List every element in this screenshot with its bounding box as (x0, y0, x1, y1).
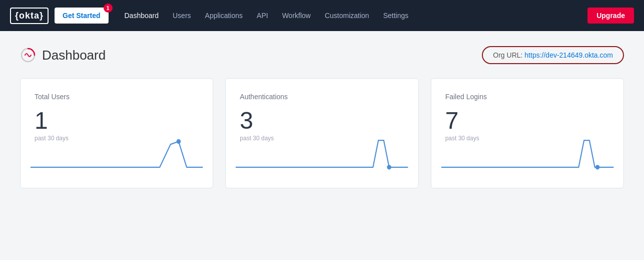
org-url-box: Org URL: https://dev-214649.okta.com (482, 46, 624, 64)
get-started-label: Get Started (63, 12, 100, 20)
page-title-area: Dashboard (20, 47, 106, 63)
nav-api[interactable]: API (251, 8, 274, 24)
org-url-link[interactable]: https://dev-214649.okta.com (524, 51, 613, 59)
nav-dashboard[interactable]: Dashboard (119, 8, 165, 24)
total-users-value: 1 (35, 109, 199, 133)
page-header: Dashboard Org URL: https://dev-214649.ok… (20, 46, 624, 64)
authentications-title: Authentications (240, 93, 404, 101)
authentications-card: Authentications 3 past 30 days (225, 78, 418, 188)
total-users-card: Total Users 1 past 30 days (20, 78, 213, 188)
authentications-chart (226, 136, 418, 178)
nav-users[interactable]: Users (167, 8, 197, 24)
main-content: Dashboard Org URL: https://dev-214649.ok… (0, 31, 644, 203)
authentications-value: 3 (240, 109, 404, 133)
total-users-chart (21, 136, 213, 178)
failed-logins-value: 7 (445, 109, 609, 133)
nav-workflow[interactable]: Workflow (276, 8, 317, 24)
svg-point-3 (595, 165, 599, 169)
failed-logins-card: Failed Logins 7 past 30 days (431, 78, 624, 188)
upgrade-button[interactable]: Upgrade (587, 8, 634, 24)
get-started-button[interactable]: Get Started 1 (55, 8, 108, 24)
nav-customization[interactable]: Customization (319, 8, 375, 24)
org-url-label: Org URL: (493, 51, 522, 59)
get-started-badge: 1 (104, 4, 113, 13)
page-title: Dashboard (42, 48, 106, 63)
svg-point-2 (387, 165, 392, 169)
failed-logins-title: Failed Logins (445, 93, 609, 101)
failed-logins-chart (431, 136, 623, 178)
nav-settings[interactable]: Settings (377, 8, 415, 24)
svg-point-1 (177, 139, 181, 144)
cards-grid: Total Users 1 past 30 days Authenticatio… (20, 78, 624, 188)
nav-applications[interactable]: Applications (199, 8, 249, 24)
okta-logo: {okta} (10, 8, 49, 24)
nav-links: Dashboard Users Applications API Workflo… (119, 8, 588, 24)
main-nav: {okta} Get Started 1 Dashboard Users App… (0, 0, 644, 31)
loading-icon (20, 47, 36, 63)
total-users-title: Total Users (35, 93, 199, 101)
